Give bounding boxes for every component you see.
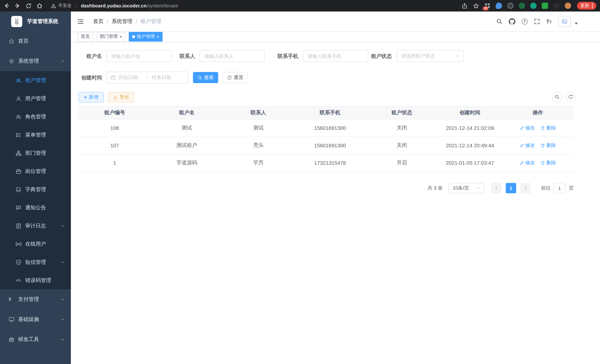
home-icon: [9, 38, 14, 44]
github-icon[interactable]: [508, 18, 515, 25]
trash-icon: [541, 161, 545, 165]
hamburger-icon[interactable]: [77, 18, 84, 25]
column-tenant-name: 租户名: [151, 106, 223, 119]
tenant-name-input[interactable]: [106, 50, 172, 62]
back-icon[interactable]: [3, 3, 10, 9]
sidebar-item-menu[interactable]: 菜单管理: [0, 126, 71, 144]
plus-icon: +: [84, 95, 87, 100]
date-start-placeholder: 开始日期: [118, 74, 143, 81]
reset-button[interactable]: 重置: [223, 72, 248, 83]
delete-button[interactable]: 删除: [541, 159, 556, 166]
bookmark-star-icon[interactable]: [473, 3, 479, 9]
sidebar-item-role[interactable]: 角色管理: [0, 108, 71, 126]
column-actions: 操作: [502, 106, 574, 119]
close-icon[interactable]: ×: [120, 34, 122, 39]
cell-tenant-name: 测试: [151, 119, 223, 137]
extension-icon-green-circle[interactable]: [530, 3, 536, 9]
column-phone: 联系手机: [294, 106, 366, 119]
security-indicator[interactable]: 不安全: [51, 3, 72, 9]
search-icon[interactable]: [496, 18, 502, 25]
table-row: 107 测试租户 秃头 15601691300 关闭 2021-12-14 20…: [78, 137, 574, 154]
sidebar-item-sms[interactable]: 短信管理: [0, 253, 71, 271]
toggle-search-button[interactable]: [552, 92, 562, 102]
sidebar-item-tenant[interactable]: 租户管理: [0, 71, 71, 89]
edit-button[interactable]: 修改: [520, 142, 535, 149]
extension-grid-icon[interactable]: 10: [484, 3, 490, 9]
cell-status: 关闭: [366, 137, 438, 154]
extension-icon-dark-ring[interactable]: [507, 3, 514, 9]
extension-icon-black[interactable]: [553, 3, 560, 9]
contact-label: 联系人: [166, 50, 195, 62]
prev-page-button[interactable]: [491, 183, 502, 193]
sidebar-item-dict[interactable]: 字典管理: [0, 180, 71, 198]
font-size-icon[interactable]: TT: [546, 18, 552, 25]
edit-button[interactable]: 修改: [520, 125, 535, 131]
help-icon[interactable]: ?: [522, 18, 527, 24]
sidebar-item-system[interactable]: 系统管理: [0, 51, 71, 71]
extension-icon-blue[interactable]: [496, 3, 502, 9]
tab-tenant[interactable]: 租户管理 ×: [129, 32, 162, 41]
page-size-select[interactable]: 10条/页: [449, 183, 484, 193]
sidebar-item-post[interactable]: 岗位管理: [0, 162, 71, 180]
chevron-down-icon: [60, 260, 65, 264]
delete-button[interactable]: 删除: [541, 142, 556, 149]
close-icon[interactable]: ×: [157, 34, 159, 39]
export-button[interactable]: 导出: [108, 92, 134, 103]
search-button[interactable]: 搜索: [193, 72, 218, 83]
sidebar-item-infra[interactable]: 基础设施: [0, 309, 71, 329]
next-page-button[interactable]: [520, 183, 531, 193]
sidebar-item-notice[interactable]: 通知公告: [0, 198, 71, 217]
contact-input[interactable]: [200, 50, 265, 62]
avatar[interactable]: [558, 16, 571, 27]
column-tenant-id: 租户编号: [78, 106, 151, 119]
sidebar-item-online-users[interactable]: 在线用户: [0, 235, 71, 253]
tab-dept[interactable]: 部门管理 ×: [96, 32, 125, 41]
chrome-update-button[interactable]: 更新: [577, 2, 596, 10]
extension-icon-tan[interactable]: [565, 3, 571, 9]
forward-icon[interactable]: [14, 3, 21, 9]
fullscreen-icon[interactable]: [534, 18, 540, 24]
logo-image: [11, 16, 22, 27]
cell-contact: 芋艿: [223, 154, 294, 172]
sidebar-item-dept[interactable]: 部门管理: [0, 144, 71, 162]
code-icon: </>: [16, 277, 21, 283]
add-button[interactable]: + 新增: [78, 92, 104, 103]
home-nav-icon[interactable]: [36, 3, 43, 9]
sidebar-item-audit-log[interactable]: 审计日志: [0, 217, 71, 235]
monitor-icon: [9, 317, 14, 322]
breadcrumb-home[interactable]: 首页: [93, 18, 103, 25]
status-label: 租户状态: [362, 50, 392, 62]
edit-button[interactable]: 修改: [520, 159, 535, 166]
extension-icon-dark-green[interactable]: [519, 3, 525, 9]
goto-label: 前往: [541, 185, 551, 191]
sidebar-item-user[interactable]: 用户管理: [0, 89, 71, 108]
sidebar-logo[interactable]: 芋道管理系统: [0, 11, 71, 31]
page-number-button[interactable]: 1: [506, 183, 516, 193]
chevron-down-icon: [60, 337, 65, 342]
refresh-table-button[interactable]: [565, 92, 576, 102]
reload-icon[interactable]: [26, 3, 32, 9]
address-bar[interactable]: dashboard.yudao.iocoder.cn/system/tenant: [81, 3, 178, 9]
phone-input[interactable]: [303, 50, 368, 62]
extension-icon-green-square[interactable]: [542, 3, 548, 9]
cell-contact: 测试: [223, 119, 294, 137]
broken-image-icon: [562, 19, 567, 24]
divider: [76, 3, 76, 8]
org-tree-icon: [16, 150, 21, 156]
sidebar-item-errcode[interactable]: </> 错误码管理: [0, 271, 71, 289]
share-icon[interactable]: [462, 3, 468, 9]
breadcrumb-section[interactable]: 系统管理: [112, 18, 132, 25]
app-title: 芋道管理系统: [27, 18, 58, 25]
cell-tenant-name: 测试租户: [151, 137, 223, 154]
avatar-caret-icon[interactable]: [575, 23, 578, 25]
sidebar-item-payment[interactable]: ¥ 支付管理: [0, 289, 71, 309]
breadcrumb: 首页 / 系统管理 / 租户管理: [93, 18, 161, 25]
delete-button[interactable]: 删除: [541, 125, 556, 131]
goto-page-input[interactable]: [554, 183, 565, 193]
search-icon: [554, 94, 560, 99]
status-select[interactable]: 请选择租户状态: [396, 50, 464, 62]
sidebar-item-home[interactable]: 首页: [0, 31, 71, 51]
date-range-picker[interactable]: 开始日期 - 结束日期: [106, 72, 188, 84]
sidebar-item-devtools[interactable]: 研发工具: [0, 329, 71, 350]
tab-home[interactable]: 首页: [77, 32, 93, 41]
